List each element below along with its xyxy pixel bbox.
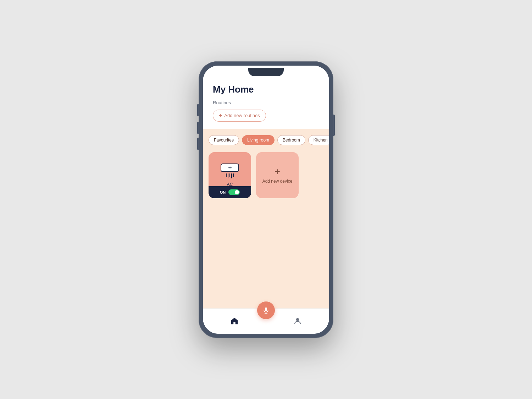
notch-bar [248, 68, 284, 76]
nav-profile-button[interactable] [286, 314, 309, 328]
add-device-label: Add new device [262, 179, 293, 184]
device-card-add[interactable]: + Add new device [256, 152, 299, 198]
phone-frame: My Home Routines + Add new routines Favo… [199, 61, 333, 338]
devices-grid: ✳ AC ON [203, 150, 329, 200]
tab-bedroom[interactable]: Bedroom [277, 135, 305, 145]
bottom-nav [203, 308, 329, 334]
mic-button[interactable] [257, 301, 275, 319]
phone-notch [203, 66, 329, 78]
tab-living-room[interactable]: Living room [242, 135, 275, 145]
ac-unit-icon: ✳ [221, 164, 239, 172]
add-routines-label: Add new routines [224, 113, 260, 118]
ac-toggle-bar: ON [209, 186, 251, 198]
svg-point-3 [296, 318, 299, 321]
vent-2 [228, 173, 228, 178]
page-title: My Home [213, 84, 319, 95]
vent-4 [231, 173, 232, 178]
screen-content: My Home Routines + Add new routines Favo… [203, 66, 329, 334]
tab-kitchen[interactable]: Kitchen [308, 135, 329, 145]
room-tabs-container: Favourites Living room Bedroom Kitchen [203, 129, 329, 150]
snowflake-icon: ✳ [228, 165, 232, 170]
routines-label: Routines [213, 100, 319, 105]
add-routines-button[interactable]: + Add new routines [213, 110, 266, 122]
vent-5 [233, 173, 234, 177]
ac-icon: ✳ [221, 164, 239, 178]
ac-toggle-switch[interactable] [228, 189, 240, 195]
ac-vents [226, 173, 234, 178]
plus-icon: + [219, 113, 222, 118]
toggle-on-label: ON [220, 190, 226, 194]
tab-favourites[interactable]: Favourites [209, 135, 239, 145]
top-section: My Home Routines + Add new routines [203, 78, 329, 129]
vent-3 [229, 173, 230, 177]
home-icon [230, 317, 239, 325]
profile-icon [293, 317, 302, 325]
vent-1 [226, 173, 227, 177]
add-device-plus-icon: + [275, 167, 280, 177]
device-card-ac[interactable]: ✳ AC ON [209, 152, 251, 198]
peach-section: Favourites Living room Bedroom Kitchen [203, 129, 329, 308]
phone-screen: My Home Routines + Add new routines Favo… [203, 66, 329, 334]
nav-home-button[interactable] [223, 314, 246, 328]
toggle-knob [235, 190, 239, 194]
mic-icon [262, 307, 270, 314]
svg-rect-0 [265, 307, 267, 311]
